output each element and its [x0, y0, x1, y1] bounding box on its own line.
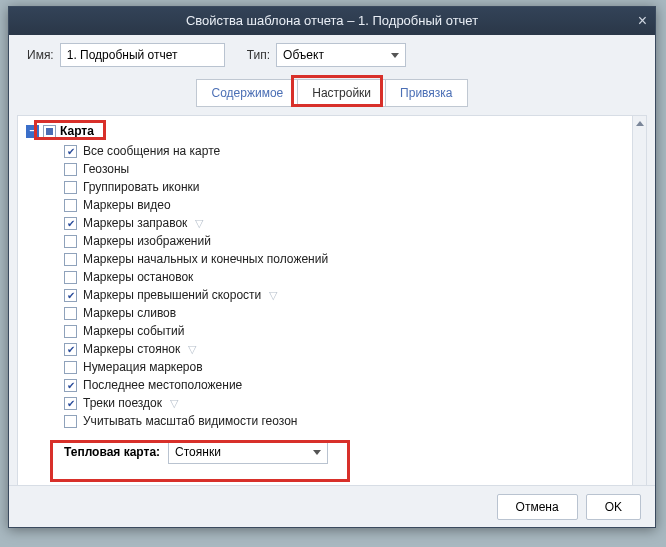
item-label: Маркеры событий [83, 324, 184, 338]
type-select-value: Объект [283, 48, 324, 62]
item-label: Группировать иконки [83, 180, 199, 194]
item-checkbox[interactable] [64, 325, 77, 338]
item-checkbox[interactable] [64, 397, 77, 410]
item-checkbox[interactable] [64, 379, 77, 392]
scroll-area[interactable]: – Карта Все сообщения на картеГеозоныГру… [18, 116, 632, 498]
collapse-icon[interactable]: – [26, 125, 39, 138]
list-item: Последнее местоположение [64, 376, 622, 394]
ok-button[interactable]: OK [586, 494, 641, 520]
item-label: Треки поездок [83, 396, 162, 410]
item-checkbox[interactable] [64, 235, 77, 248]
close-icon[interactable]: × [638, 7, 647, 35]
list-item: Маркеры сливов [64, 304, 622, 322]
item-checkbox[interactable] [64, 253, 77, 266]
heatmap-select-value: Стоянки [175, 445, 221, 459]
dialog-footer: Отмена OK [9, 485, 655, 527]
item-checkbox[interactable] [64, 163, 77, 176]
chevron-down-icon [391, 53, 399, 58]
list-item: Нумерация маркеров [64, 358, 622, 376]
item-label: Маркеры превышений скорости [83, 288, 261, 302]
item-checkbox[interactable] [64, 217, 77, 230]
group-checkbox-map[interactable] [43, 125, 56, 138]
list-item: Маркеры событий [64, 322, 622, 340]
tab-binding[interactable]: Привязка [385, 79, 467, 107]
item-label: Маркеры сливов [83, 306, 176, 320]
item-label: Маркеры изображений [83, 234, 211, 248]
dialog-title: Свойства шаблона отчета – 1. Подробный о… [186, 13, 478, 28]
content-panel: – Карта Все сообщения на картеГеозоныГру… [17, 115, 647, 499]
list-item: Маркеры стоянок▽ [64, 340, 622, 358]
list-item: Маркеры видео [64, 196, 622, 214]
dialog-titlebar: Свойства шаблона отчета – 1. Подробный о… [9, 7, 655, 35]
list-item: Треки поездок▽ [64, 394, 622, 412]
item-checkbox[interactable] [64, 361, 77, 374]
report-template-dialog: Свойства шаблона отчета – 1. Подробный о… [8, 6, 656, 528]
type-select[interactable]: Объект [276, 43, 406, 67]
item-label: Маркеры начальных и конечных положений [83, 252, 328, 266]
scrollbar[interactable] [632, 116, 646, 498]
item-label: Маркеры остановок [83, 270, 193, 284]
item-label: Маркеры стоянок [83, 342, 180, 356]
filter-icon[interactable]: ▽ [170, 397, 178, 410]
item-checkbox[interactable] [64, 271, 77, 284]
chevron-down-icon [313, 450, 321, 455]
list-item: Маркеры заправок▽ [64, 214, 622, 232]
filter-icon[interactable]: ▽ [188, 343, 196, 356]
cancel-button[interactable]: Отмена [497, 494, 578, 520]
list-item: Учитывать масштаб видимости геозон [64, 412, 622, 430]
map-items-list: Все сообщения на картеГеозоныГруппироват… [64, 142, 622, 430]
type-label: Тип: [247, 48, 270, 62]
item-label: Учитывать масштаб видимости геозон [83, 414, 297, 428]
list-item: Геозоны [64, 160, 622, 178]
item-label: Маркеры видео [83, 198, 171, 212]
item-label: Нумерация маркеров [83, 360, 203, 374]
tab-bar: Содержимое Настройки Привязка [9, 79, 655, 107]
item-label: Маркеры заправок [83, 216, 187, 230]
list-item: Маркеры изображений [64, 232, 622, 250]
item-checkbox[interactable] [64, 415, 77, 428]
group-title-map: Карта [60, 124, 94, 138]
group-header-map: – Карта [26, 124, 622, 138]
heatmap-label: Тепловая карта: [64, 445, 160, 459]
heatmap-row: Тепловая карта: Стоянки [64, 440, 622, 464]
scroll-up-icon[interactable] [633, 116, 646, 130]
list-item: Все сообщения на карте [64, 142, 622, 160]
name-label: Имя: [27, 48, 54, 62]
item-checkbox[interactable] [64, 199, 77, 212]
filter-icon[interactable]: ▽ [269, 289, 277, 302]
item-checkbox[interactable] [64, 343, 77, 356]
heatmap-select[interactable]: Стоянки [168, 440, 328, 464]
list-item: Группировать иконки [64, 178, 622, 196]
tab-settings[interactable]: Настройки [297, 79, 386, 107]
item-label: Геозоны [83, 162, 129, 176]
list-item: Маркеры превышений скорости▽ [64, 286, 622, 304]
item-label: Последнее местоположение [83, 378, 242, 392]
item-checkbox[interactable] [64, 181, 77, 194]
list-item: Маркеры начальных и конечных положений [64, 250, 622, 268]
item-checkbox[interactable] [64, 307, 77, 320]
name-input[interactable] [60, 43, 225, 67]
header-row: Имя: Тип: Объект [9, 35, 655, 73]
item-label: Все сообщения на карте [83, 144, 220, 158]
list-item: Маркеры остановок [64, 268, 622, 286]
tab-content[interactable]: Содержимое [196, 79, 298, 107]
item-checkbox[interactable] [64, 145, 77, 158]
item-checkbox[interactable] [64, 289, 77, 302]
filter-icon[interactable]: ▽ [195, 217, 203, 230]
